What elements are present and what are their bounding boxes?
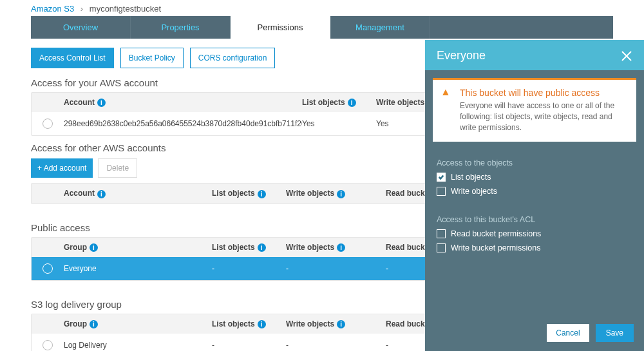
acl-access-heading: Access to this bucket's ACL	[437, 215, 632, 224]
col-group: Group	[64, 319, 87, 328]
main-tabs: Overview Properties Permissions Manageme…	[31, 16, 613, 39]
col-group: Group	[64, 243, 87, 252]
cell-list: -	[212, 264, 286, 273]
radio-icon[interactable]	[43, 263, 53, 274]
info-icon[interactable]: i	[258, 320, 266, 328]
write-perm-checkbox[interactable]	[437, 243, 446, 252]
info-icon[interactable]: i	[348, 99, 356, 107]
col-account: Account	[64, 189, 95, 198]
col-write: Write objects	[286, 319, 334, 328]
object-access-heading: Access to the objects	[437, 158, 632, 167]
plus-icon: +	[37, 164, 42, 173]
acl-access-section: Access to this bucket's ACL Read bucket …	[425, 206, 644, 263]
col-account: Account	[64, 98, 95, 107]
cell-group: Everyone	[64, 264, 212, 273]
warning-icon: ▲	[440, 86, 451, 98]
cell-list: Yes	[302, 119, 376, 128]
info-icon[interactable]: i	[337, 320, 345, 328]
cancel-button[interactable]: Cancel	[547, 324, 589, 342]
list-objects-checkbox[interactable]	[437, 173, 446, 182]
subtab-policy[interactable]: Bucket Policy	[120, 48, 184, 68]
chevron-right-icon: ›	[77, 4, 87, 14]
delete-button[interactable]: Delete	[98, 158, 137, 178]
tab-management[interactable]: Management	[330, 16, 430, 39]
breadcrumb-root[interactable]: Amazon S3	[31, 4, 74, 14]
panel-header: Everyone	[425, 40, 644, 70]
account-id: 298eed69b2638c0eb25a56a066455524b3870d28…	[64, 119, 302, 128]
info-icon[interactable]: i	[90, 320, 98, 328]
breadcrumb: Amazon S3 › myconfigtestbucket	[0, 0, 644, 16]
add-account-label: Add account	[44, 164, 87, 173]
tab-permissions[interactable]: Permissions	[231, 16, 330, 39]
cell-group: Log Delivery	[64, 341, 212, 350]
close-icon[interactable]	[621, 50, 632, 62]
radio-icon[interactable]	[43, 119, 53, 129]
cell-list: -	[212, 341, 286, 350]
cell-write: -	[286, 264, 386, 273]
breadcrumb-bucket: myconfigtestbucket	[90, 4, 161, 14]
col-list: List objects	[302, 98, 345, 107]
col-write: Write objects	[286, 243, 334, 252]
tab-overview[interactable]: Overview	[31, 16, 131, 39]
tab-properties[interactable]: Properties	[131, 16, 231, 39]
col-write: Write objects	[376, 98, 424, 107]
info-icon[interactable]: i	[337, 190, 345, 198]
col-list: List objects	[212, 319, 255, 328]
subtab-cors[interactable]: CORS configuration	[190, 48, 276, 68]
add-account-button[interactable]: + Add account	[31, 158, 93, 178]
read-perm-label: Read bucket permissions	[451, 229, 541, 238]
info-icon[interactable]: i	[258, 190, 266, 198]
info-icon[interactable]: i	[258, 243, 266, 252]
permissions-panel: Everyone ▲ This bucket will have public …	[425, 40, 644, 351]
alert-body: Everyone will have access to one or all …	[460, 100, 627, 133]
read-perm-checkbox[interactable]	[437, 229, 446, 238]
cell-write: -	[286, 341, 386, 350]
alert-title: This bucket will have public access	[460, 88, 627, 98]
col-write: Write objects	[286, 189, 334, 198]
info-icon[interactable]: i	[97, 190, 106, 198]
info-icon[interactable]: i	[90, 243, 98, 252]
panel-title: Everyone	[437, 49, 486, 62]
write-perm-label: Write bucket permissions	[451, 243, 540, 252]
list-objects-label: List objects	[451, 173, 491, 182]
info-icon[interactable]: i	[97, 99, 106, 107]
info-icon[interactable]: i	[337, 243, 345, 252]
radio-icon[interactable]	[43, 340, 53, 350]
col-list: List objects	[212, 243, 255, 252]
save-button[interactable]: Save	[596, 324, 634, 342]
subtab-acl[interactable]: Access Control List	[31, 48, 114, 68]
panel-footer: Cancel Save	[425, 316, 644, 351]
object-access-section: Access to the objects List objects Write…	[425, 149, 644, 206]
write-objects-label: Write objects	[451, 187, 497, 196]
col-list: List objects	[212, 189, 255, 198]
public-access-alert: ▲ This bucket will have public access Ev…	[433, 78, 636, 142]
write-objects-checkbox[interactable]	[437, 187, 446, 196]
